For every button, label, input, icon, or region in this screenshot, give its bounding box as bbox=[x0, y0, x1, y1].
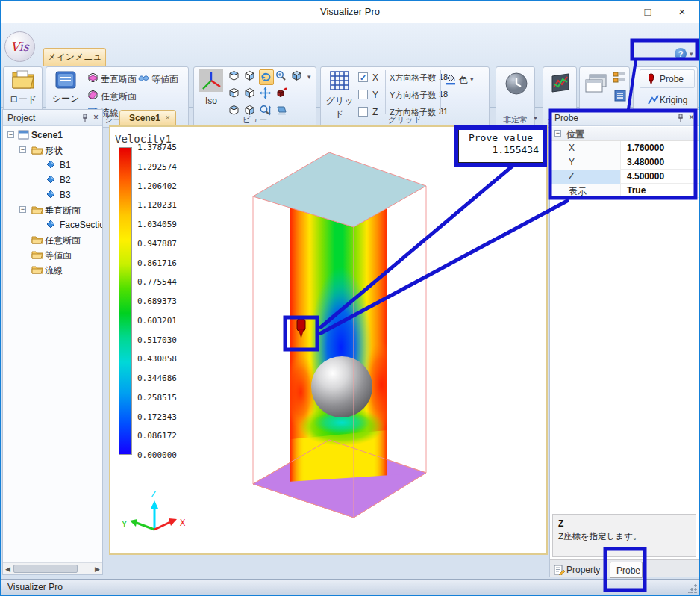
scroll-thumb[interactable] bbox=[13, 565, 78, 573]
checkbox-icon[interactable]: ✓ bbox=[358, 72, 368, 82]
cube-left-button[interactable] bbox=[228, 87, 243, 102]
graph-button[interactable] bbox=[549, 73, 572, 95]
probe-panel-title: Probe bbox=[554, 113, 578, 123]
window-list-icon[interactable] bbox=[614, 90, 626, 105]
description-text: Z座標を指定します。 bbox=[558, 531, 690, 542]
tree-item[interactable]: FaceSection bbox=[3, 217, 102, 232]
probe-row-value[interactable]: 4.500000 bbox=[622, 170, 699, 184]
scene-tab-close-icon[interactable]: × bbox=[166, 113, 170, 122]
chart-icon bbox=[549, 84, 572, 95]
tree-item[interactable]: 等値面 bbox=[3, 247, 102, 262]
cube-solid-button[interactable] bbox=[290, 69, 305, 85]
tab-probe[interactable]: Probe bbox=[610, 562, 643, 578]
pin-icon[interactable] bbox=[81, 114, 89, 125]
scene-button[interactable]: シーン bbox=[49, 71, 82, 105]
kriging-button[interactable]: Kriging bbox=[640, 90, 696, 109]
probe-property-grid: − 位置 X1.760000Y3.480000Z4.500000表示True bbox=[550, 127, 699, 198]
minimize-button[interactable]: – bbox=[596, 1, 631, 23]
app-logo-icon[interactable]: Vis bbox=[4, 31, 35, 62]
checkbox-label: Y bbox=[372, 90, 378, 100]
probe-row-label: X bbox=[550, 141, 621, 155]
tab-scene1[interactable]: Scene1 × bbox=[119, 110, 176, 125]
cube-back-button[interactable] bbox=[243, 69, 258, 85]
zoom-in-button[interactable] bbox=[275, 69, 290, 85]
tree-item[interactable]: B1 bbox=[3, 158, 102, 173]
tree-item[interactable]: B2 bbox=[3, 173, 102, 187]
tree-item-label: B1 bbox=[60, 160, 71, 170]
tree-expander-icon[interactable]: − bbox=[19, 206, 26, 213]
tree-item[interactable]: −垂直断面 bbox=[3, 202, 102, 217]
grid-axis-checkbox[interactable]: Y bbox=[358, 89, 384, 101]
colorbar-tick: 0.603201 bbox=[137, 316, 177, 326]
close-button[interactable]: × bbox=[665, 1, 699, 23]
project-panel-header: Project × bbox=[3, 110, 102, 126]
app-window: Visualizer Pro – □ × Vis メインメニュー ? ▾ ロード… bbox=[0, 0, 700, 596]
checkbox-icon[interactable] bbox=[358, 90, 368, 99]
view-dropdown-icon[interactable]: ▾ bbox=[307, 73, 311, 81]
probe-row-value[interactable]: 3.480000 bbox=[622, 155, 699, 170]
resize-grip[interactable] bbox=[688, 584, 697, 593]
cube-axis-button[interactable] bbox=[275, 87, 290, 102]
scroll-left-icon[interactable]: ◀ bbox=[5, 565, 10, 573]
scroll-right-icon[interactable]: ▶ bbox=[95, 565, 100, 573]
collapse-icon[interactable]: − bbox=[554, 130, 561, 137]
tree-item[interactable]: B3 bbox=[3, 187, 102, 202]
project-hscrollbar[interactable]: ◀ ▶ bbox=[3, 562, 102, 574]
colorbar-tick: 0.775544 bbox=[137, 277, 177, 287]
probe-row[interactable]: X1.760000 bbox=[550, 141, 699, 155]
pan-button[interactable] bbox=[259, 87, 274, 102]
load-button[interactable]: ロード bbox=[8, 69, 38, 106]
scene-tab-bar: Scene1 × ▾ bbox=[109, 109, 548, 125]
axis-label-x: X bbox=[180, 518, 186, 528]
tree-item[interactable]: 任意断面 bbox=[3, 232, 102, 247]
grid-field-label: X方向格子数 bbox=[390, 72, 436, 84]
tree-expander-icon[interactable]: − bbox=[19, 146, 26, 153]
probe-value-label: Prove value bbox=[459, 132, 543, 143]
probe-row[interactable]: Y3.480000 bbox=[550, 155, 699, 170]
scene-window-icon bbox=[55, 81, 76, 91]
tab-property[interactable]: Property bbox=[551, 562, 608, 578]
tree-item[interactable]: 流線 bbox=[3, 262, 102, 277]
divider bbox=[440, 70, 441, 114]
arbitrary-section-icon bbox=[87, 89, 99, 104]
probe-button[interactable]: Probe bbox=[640, 69, 695, 88]
tree-item-label: Scene1 bbox=[31, 130, 63, 140]
pin-icon[interactable] bbox=[677, 114, 684, 125]
color-dropdown-icon[interactable]: ▾ bbox=[470, 75, 474, 83]
grid-count-field: Y方向格子数18 bbox=[390, 89, 487, 101]
help-icon[interactable]: ? bbox=[675, 48, 687, 60]
window-cascade-button[interactable] bbox=[584, 73, 609, 96]
project-close-icon[interactable]: × bbox=[93, 112, 99, 122]
colorbar-tick: 1.206402 bbox=[137, 181, 177, 191]
tree-expander-icon[interactable]: − bbox=[7, 131, 14, 138]
colorbar-tick: 0.430858 bbox=[137, 354, 177, 364]
probe-row[interactable]: Z4.500000 bbox=[550, 170, 699, 184]
probe-row-value[interactable]: True bbox=[622, 184, 699, 198]
tree-item[interactable]: −形状 bbox=[3, 143, 102, 158]
probe-panel-close-icon[interactable]: × bbox=[689, 112, 694, 122]
help-dropdown-icon[interactable]: ▾ bbox=[690, 50, 693, 58]
rotate-button[interactable] bbox=[259, 69, 274, 85]
colorbar-tick: 0.689373 bbox=[137, 297, 177, 306]
axis-label-y: Y bbox=[122, 519, 128, 530]
cube-front-button[interactable] bbox=[243, 87, 258, 102]
probe-group-row[interactable]: − 位置 bbox=[550, 127, 699, 141]
tree-item[interactable]: −Scene1 bbox=[3, 128, 102, 143]
tab-main-menu[interactable]: メインメニュー bbox=[43, 48, 106, 66]
box-top-face bbox=[253, 152, 426, 227]
probe-row-value[interactable]: 1.760000 bbox=[622, 141, 699, 155]
sphere-object[interactable] bbox=[311, 356, 372, 417]
grid-axis-checkbox[interactable]: ✓X bbox=[358, 72, 384, 84]
probe-row[interactable]: 表示True bbox=[550, 184, 699, 198]
probe-row-label: Z bbox=[550, 170, 621, 184]
unsteady-button[interactable] bbox=[504, 72, 528, 98]
maximize-button[interactable]: □ bbox=[631, 1, 665, 23]
window-layout-icon[interactable] bbox=[613, 72, 626, 87]
cube-top-button[interactable] bbox=[228, 69, 243, 85]
scene-tab-label: Scene1 bbox=[129, 113, 160, 123]
clock-icon bbox=[504, 87, 528, 98]
viewport-3d[interactable]: Z Y X Velocity1 1.3787451.2925741.206402… bbox=[109, 125, 548, 555]
tab-list-dropdown-icon[interactable]: ▾ bbox=[534, 114, 537, 122]
colorbar-tick: 1.120231 bbox=[137, 200, 177, 210]
probe-button-label: Probe bbox=[660, 74, 684, 84]
